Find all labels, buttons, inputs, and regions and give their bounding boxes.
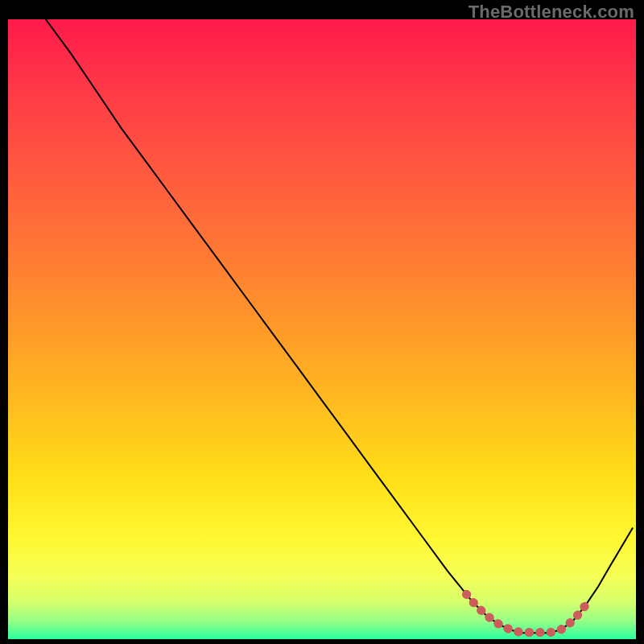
chart-background	[8, 19, 636, 639]
bottleneck-chart	[8, 19, 636, 639]
chart-frame	[8, 19, 636, 639]
